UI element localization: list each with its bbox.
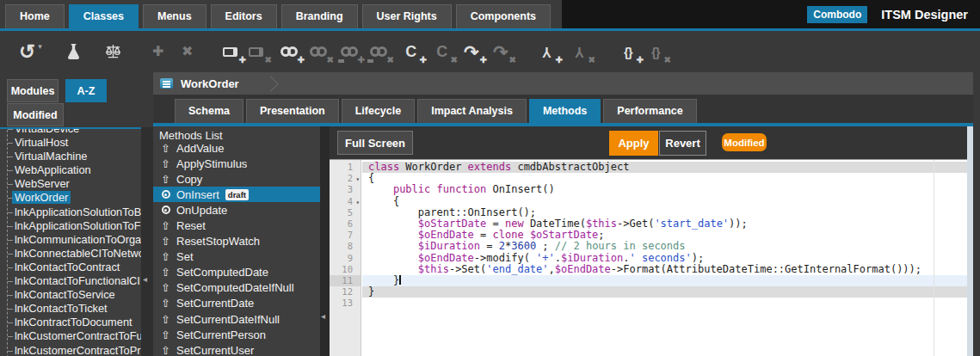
method-item-setcomputeddateifnull[interactable]: ⇧SetComputedDateIfNull — [153, 280, 320, 296]
class-tree-item-lnkcommunicationtoorga[interactable]: lnkCommunicationToOrga — [0, 233, 141, 247]
sandbox-flask-button[interactable] — [65, 39, 83, 64]
class-tree-item-lnkcontacttocontract[interactable]: lnkContactToContract — [0, 261, 141, 274]
collapse-methods-icon[interactable]: ◂ — [321, 312, 325, 321]
code-line-1[interactable]: class WorkOrder extends cmdbAbstractObje… — [362, 162, 967, 173]
nav-tab-menus[interactable]: Menus — [143, 4, 206, 28]
add-stimulus-button[interactable]: C✚ — [402, 39, 421, 64]
methods-splitter[interactable]: ◂ — [320, 126, 330, 356]
code-area[interactable]: class WorkOrder extends cmdbAbstractObje… — [362, 160, 967, 356]
nav-tab-user-rights[interactable]: User Rights — [362, 4, 452, 28]
apply-button[interactable]: Apply — [609, 131, 658, 156]
method-item-set[interactable]: ⇧Set — [153, 249, 320, 265]
gutter-line-number: 3 — [330, 184, 361, 195]
sidebar-tab-modules[interactable]: Modules — [7, 79, 59, 102]
tab-performance[interactable]: Performance — [603, 99, 696, 123]
add-field-button[interactable]: ✚ — [221, 39, 240, 64]
code-line-11[interactable]: } — [362, 275, 967, 286]
inherited-method-icon: ⇧ — [158, 251, 173, 262]
method-label: ApplyStimulus — [176, 157, 247, 170]
nav-tab-components[interactable]: Components — [456, 4, 551, 28]
class-tree-item-lnkcustomercontracttofu[interactable]: lnkCustomerContractToFu — [0, 329, 141, 343]
undo-button[interactable]: ↺▾ — [19, 39, 42, 64]
class-label: lnkContactToFunctionalCI — [15, 274, 140, 287]
gutter-line-number: 12 — [330, 286, 361, 298]
class-tree-item-virtualdevice[interactable]: VirtualDevice — [0, 127, 141, 136]
method-item-setcurrentperson[interactable]: ⇧SetCurrentPerson — [153, 327, 320, 342]
delete-linkset-button: ✖ — [369, 39, 388, 64]
class-tree-item-workorder[interactable]: WorkOrder — [0, 191, 141, 205]
delete-stimulus-button: C✖ — [433, 39, 452, 64]
revert-button[interactable]: Revert — [659, 131, 706, 156]
method-item-onupdate[interactable]: OnUpdate — [153, 202, 320, 218]
tab-methods[interactable]: Methods — [529, 99, 601, 123]
class-tree-item-lnkapplicationsolutiontof[interactable]: lnkApplicationSolutionToF — [0, 219, 141, 233]
nav-tab-editors[interactable]: Editors — [211, 4, 277, 28]
method-item-oninsert[interactable]: OnInsertdraft — [153, 187, 320, 202]
nav-tab-bar: HomeClassesMenusEditorsBrandingUser Righ… — [0, 0, 562, 28]
gutter-line-number: 10 — [330, 264, 361, 275]
method-item-setcomputeddate[interactable]: ⇧SetComputedDate — [153, 265, 320, 280]
class-label: lnkContactToService — [15, 288, 115, 301]
editor-scrollbar[interactable] — [967, 126, 973, 356]
tab-impact-analysis[interactable]: Impact Analysis — [417, 99, 527, 123]
nav-tab-home[interactable]: Home — [5, 4, 65, 28]
code-line-12[interactable]: } — [362, 286, 967, 298]
compare-scales-button[interactable] — [104, 39, 123, 64]
tab-presentation[interactable]: Presentation — [246, 99, 339, 123]
class-tree-item-lnkcustomercontracttopr[interactable]: lnkCustomerContractToPr — [0, 344, 141, 356]
tab-lifecycle[interactable]: Lifecycle — [342, 99, 416, 123]
add-relation-button[interactable]: Y✚ — [538, 39, 557, 64]
class-tree-item-virtualmachine[interactable]: VirtualMachine — [0, 150, 141, 163]
method-item-reset[interactable]: ⇧Reset — [153, 218, 320, 233]
class-tree-item-lnkcontracttodocument[interactable]: lnkContractToDocument — [0, 316, 141, 329]
add-transition-button[interactable]: ↷✚ — [462, 39, 481, 64]
nav-tab-branding[interactable]: Branding — [281, 4, 358, 28]
sidebar: ModulesA-ZModified VirtualDeviceVirtualH… — [0, 72, 153, 356]
method-label: OnUpdate — [176, 204, 227, 217]
tab-schema[interactable]: Schema — [175, 99, 243, 123]
gutter-line-number: 4▾ — [330, 196, 361, 207]
override-method-icon — [158, 206, 173, 214]
method-item-setcurrentdateifnull[interactable]: ⇧SetCurrentDateIfNull — [153, 311, 320, 327]
delete-field-button: ✖ — [247, 39, 266, 64]
sidebar-splitter[interactable]: ◂ — [141, 127, 153, 356]
method-item-setcurrentuser[interactable]: ⇧SetCurrentUser — [153, 342, 320, 356]
code-editor[interactable]: 12▾34▾5678910111213 class WorkOrder exte… — [330, 159, 967, 356]
code-line-13[interactable] — [362, 298, 967, 309]
inherited-method-icon: ⇧ — [158, 158, 173, 169]
method-item-addvalue[interactable]: ⇧AddValue — [153, 140, 320, 156]
method-item-applystimulus[interactable]: ⇧ApplyStimulus — [153, 156, 320, 171]
method-item-copy[interactable]: ⇧Copy — [153, 171, 320, 187]
class-tree-item-virtualhost[interactable]: VirtualHost — [0, 136, 141, 150]
code-line-10[interactable]: $this->Set('end_date',$oEndDate->Format(… — [362, 264, 967, 275]
method-item-setcurrentdate[interactable]: ⇧SetCurrentDate — [153, 296, 320, 311]
class-tree-item-lnkcontacttoservice[interactable]: lnkContactToService — [0, 288, 141, 302]
delete-method-button: {}✖ — [646, 39, 665, 64]
sidebar-tab-modified[interactable]: Modified — [7, 103, 64, 126]
method-label: SetCurrentUser — [176, 344, 254, 356]
class-tree-item-lnkconnectablecitonetwo[interactable]: lnkConnectableCIToNetwo — [0, 247, 141, 261]
app-title: ITSM Designer — [881, 8, 968, 21]
add-button: ✚ — [149, 39, 168, 64]
add-link-button[interactable]: ✚ — [280, 39, 299, 64]
nav-tab-classes[interactable]: Classes — [69, 4, 139, 28]
code-line-3[interactable]: public function OnInsert() — [362, 184, 967, 195]
full-screen-button[interactable]: Full Screen — [337, 131, 413, 155]
add-method-button[interactable]: {}✚ — [619, 39, 638, 64]
class-tree-item-lnkcontacttoticket[interactable]: lnkContactToTicket — [0, 302, 141, 316]
class-tree-item-lnkcontacttofunctionalci[interactable]: lnkContactToFunctionalCI — [0, 274, 141, 288]
editor-gutter: 12▾34▾5678910111213 — [330, 160, 361, 356]
breadcrumb: WorkOrder — [153, 72, 973, 95]
method-item-resetstopwatch[interactable]: ⇧ResetStopWatch — [153, 234, 320, 249]
class-tree-item-lnkapplicationsolutiontob[interactable]: lnkApplicationSolutionToB — [0, 206, 141, 219]
class-tree-item-webapplication[interactable]: WebApplication — [0, 163, 141, 177]
class-tree-item-webserver[interactable]: WebServer — [0, 177, 141, 191]
collapse-sidebar-icon[interactable]: ◂ — [143, 275, 147, 284]
itsm-designer-app: HomeClassesMenusEditorsBrandingUser Righ… — [0, 0, 980, 356]
gutter-line-number: 2▾ — [330, 173, 361, 184]
class-label: WebServer — [15, 177, 70, 190]
sidebar-tab-a-z[interactable]: A-Z — [65, 79, 107, 102]
gutter-line-number: 1 — [330, 162, 361, 173]
inherited-method-icon: ⇧ — [158, 174, 173, 185]
inherited-method-icon: ⇧ — [158, 282, 173, 293]
